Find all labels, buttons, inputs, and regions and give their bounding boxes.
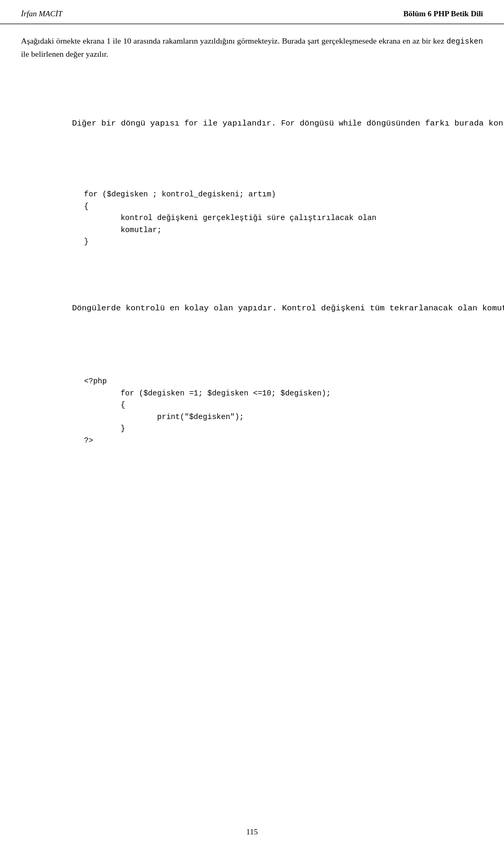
page-number: 115 bbox=[246, 828, 258, 836]
code-block-1: Diğer bir döngü yapısı for ile yapılandı… bbox=[52, 68, 483, 475]
code-block-2: for ($degisken ; kontrol_degiskeni; artı… bbox=[84, 189, 483, 247]
inline-code-while: while bbox=[339, 119, 362, 128]
intro-text-2: ile belirlenen değer yazılır. bbox=[21, 49, 108, 58]
intro-paragraph: Aşağıdaki örnekte ekrana 1 ile 10 arasın… bbox=[21, 35, 483, 61]
page-header: İrfan MACİT Bölüm 6 PHP Betik Dili bbox=[0, 0, 504, 24]
page-footer: 115 bbox=[0, 828, 504, 836]
inline-code-For: For bbox=[281, 119, 295, 128]
paragraph-2: Diğer bir döngü yapısı for ile yapılandı… bbox=[52, 103, 483, 144]
header-author: İrfan MACİT bbox=[21, 9, 62, 18]
intro-code-1: degisken bbox=[446, 37, 483, 46]
page-content: Aşağıdaki örnekte ekrana 1 ile 10 arasın… bbox=[0, 35, 504, 512]
paragraph-3: Döngülerde kontrolü en kolay olan yapıdı… bbox=[52, 288, 483, 329]
code-block-3: <?php for ($degisken =1; $degisken <=10;… bbox=[84, 375, 483, 446]
inline-code-for: for bbox=[184, 119, 198, 128]
intro-text-1: Aşağıdaki örnekte ekrana 1 ile 10 arasın… bbox=[21, 36, 446, 45]
header-chapter: Bölüm 6 PHP Betik Dili bbox=[403, 9, 483, 18]
